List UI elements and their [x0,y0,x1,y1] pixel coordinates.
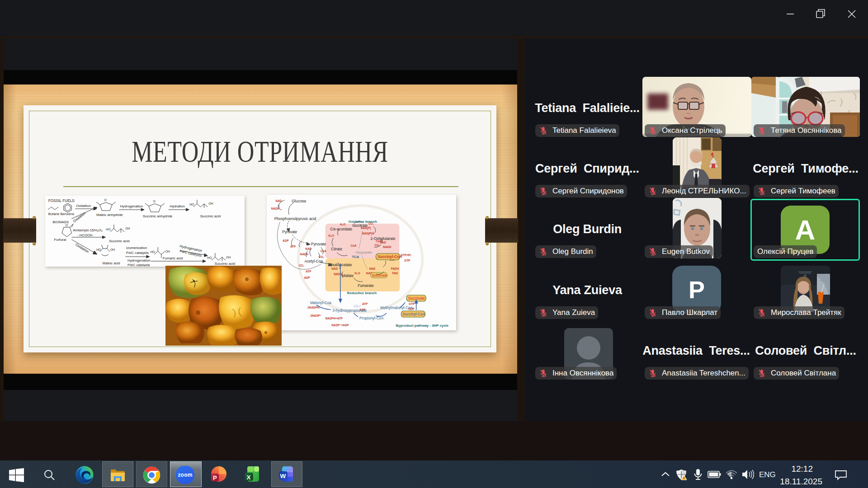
svg-text:HO: HO [189,203,194,206]
svg-text:2NADP⁺: 2NADP⁺ [310,314,322,317]
svg-text:HO: HO [151,250,156,253]
svg-text:ATP: ATP [306,270,311,273]
svg-text:O: O [104,198,107,202]
svg-text:CO₂: CO₂ [319,255,325,258]
svg-text:NADH: NADH [300,253,309,256]
svg-text:NADH: NADH [334,272,342,276]
svg-text:CO₂: CO₂ [368,222,374,225]
svg-text:NADPH+ATP: NADPH+ATP [326,317,343,320]
svg-text:Malonyl-Coa: Malonyl-Coa [310,300,331,305]
svg-text:Oxaloacetate: Oxaloacetate [330,263,352,267]
svg-text:NAD: NAD [331,267,338,270]
svg-text:CoA: CoA [376,239,382,243]
svg-text:Hydration: Hydration [170,204,185,208]
svg-text:Butane Benzene: Butane Benzene [48,212,75,216]
svg-text:OH: OH [125,227,130,230]
svg-text:Malate: Malate [342,273,354,278]
svg-text:Amberlyst-15/H₂O₂: Amberlyst-15/H₂O₂ [73,228,103,232]
svg-text:Phosphoenolpyruvic acid: Phosphoenolpyruvic acid [274,216,316,221]
svg-text:3-hydroxypropionate: 3-hydroxypropionate [332,308,367,313]
svg-text:NADP⁺+ADP: NADP⁺+ADP [331,324,349,327]
svg-text:Maleic acid: Maleic acid [103,261,120,265]
svg-text:- HCOOH: - HCOOH [77,233,93,237]
svg-text:Succinic acid: Succinic acid [109,239,129,243]
svg-text:H₂O: H₂O [328,234,334,237]
svg-text:Pyruvate: Pyruvate [282,230,297,234]
svg-text:!: ! [684,476,685,480]
svg-text:Citrate: Citrate [331,247,342,251]
svg-text:X: X [247,474,251,481]
svg-text:O: O [66,224,68,227]
svg-text:Succinic acid: Succinic acid [215,262,235,266]
svg-text:W: W [280,473,286,479]
svg-text:O: O [153,200,156,203]
svg-text:NAD(P)H: NAD(P)H [362,232,374,235]
svg-text:Izomerization: Izomerization [126,246,147,250]
svg-text:ATP: ATP [290,245,296,248]
svg-text:CoA: CoA [350,244,356,247]
svg-text:HO: HO [207,256,212,259]
svg-text:FOSSIL FUELS: FOSSIL FUELS [48,198,75,203]
svg-text:OH: OH [110,248,115,251]
svg-text:CO₂+: CO₂+ [354,305,361,308]
svg-text:FADH: FADH [391,267,399,270]
svg-text:Hydrogenation: Hydrogenation [120,204,143,208]
svg-text:Methylmalonyl-CoA: Methylmalonyl-CoA [380,305,413,310]
svg-text:Pd/C catalysts: Pd/C catalysts [127,263,150,267]
svg-text:Reductive branch: Reductive branch [347,291,377,295]
svg-text:ADP: ADP [304,276,310,279]
svg-text:FAD: FAD [392,272,398,275]
svg-text:OH: OH [226,256,231,259]
svg-text:Fumarate: Fumarate [358,283,374,288]
svg-text:Succinic acid: Succinic acid [200,214,221,218]
svg-text:Succinyl-CoA: Succinyl-CoA [402,312,425,316]
svg-text:Fumaric acid: Fumaric acid [163,256,183,260]
svg-text:Glyoxylate: Glyoxylate [355,250,372,254]
svg-text:Oxidation: Oxidation [75,243,90,254]
svg-text:Glucose: Glucose [292,199,306,203]
svg-text:GTP: GTP [404,259,410,262]
svg-text:CO₂: CO₂ [299,264,305,267]
svg-text:P: P [213,474,217,481]
svg-text:HO: HO [106,228,111,231]
svg-text:Hydrogenation: Hydrogenation [127,258,151,263]
svg-text:Succinyl-CoA: Succinyl-CoA [377,254,402,259]
svg-text:TCA: TCA [352,255,359,259]
svg-text:Furfural: Furfural [54,238,66,242]
svg-text:Succinic anhydride: Succinic anhydride [143,214,173,218]
svg-text:Oxidation: Oxidation [76,204,91,208]
svg-text:H₂O: H₂O [354,272,360,275]
svg-text:Maleic anhydride: Maleic anhydride [96,213,123,217]
svg-text:GTP+Pi: GTP+Pi [401,253,411,257]
svg-text:CoA: CoA [321,249,326,253]
svg-text:ADP: ADP [283,239,289,242]
svg-text:OH: OH [165,250,170,253]
svg-text:NAD(P): NAD(P) [361,226,371,230]
svg-text:NAD: NAD [369,267,376,270]
svg-text:2NADPH: 2NADPH [307,306,320,309]
svg-text:ATP: ATP [362,302,368,305]
svg-text:H₂O: H₂O [340,223,345,226]
svg-text:OH: OH [208,202,213,205]
svg-text:Pd/C catalysts: Pd/C catalysts [126,251,149,255]
svg-text:Cis-aconitate: Cis-aconitate [330,227,352,231]
svg-text:HO: HO [96,248,101,251]
svg-text:NADH: NADH [383,245,392,249]
svg-text:Pyruvate: Pyruvate [311,242,326,246]
svg-text:Byproduct pathway - 3HP cycle: Byproduct pathway - 3HP cycle [396,324,449,328]
svg-text:2-Oxoglutarate: 2-Oxoglutarate [371,236,396,241]
